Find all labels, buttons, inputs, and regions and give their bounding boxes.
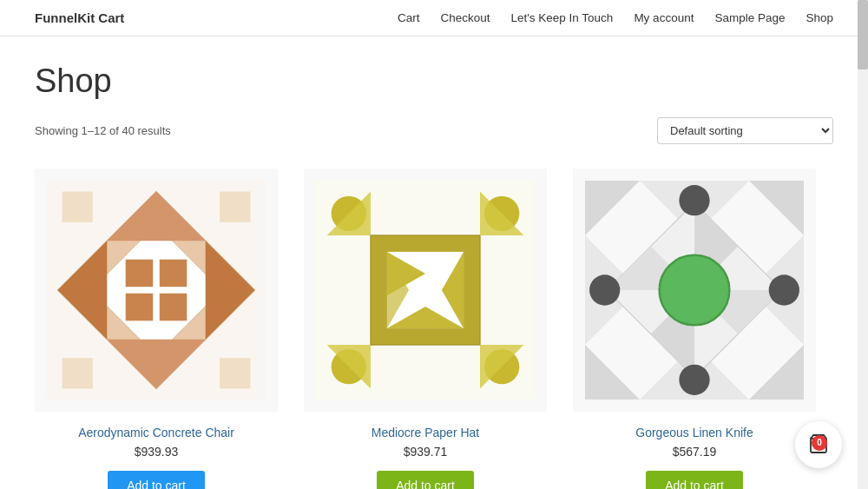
scrollbar[interactable] [858,0,868,489]
svg-rect-3 [126,260,154,287]
product-price-2: $939.71 [404,445,448,459]
cart-float-button[interactable]: 0 [795,421,842,468]
main-content: Shop Showing 1–12 of 40 results Default … [0,36,868,489]
svg-rect-5 [126,294,154,321]
product-image-1 [35,169,278,412]
svg-rect-6 [160,294,187,321]
nav-my-account[interactable]: My account [634,11,694,24]
header: FunnelKit Cart Cart Checkout Let's Keep … [0,0,868,36]
add-to-cart-btn-1[interactable]: Add to cart [108,471,205,489]
nav-cart[interactable]: Cart [398,11,420,24]
product-card-2: Mediocre Paper Hat $939.71 Add to cart [304,169,547,489]
page-title: Shop [35,63,833,100]
svg-point-48 [589,274,620,305]
product-image-2 [304,169,547,412]
svg-rect-14 [62,358,93,388]
main-nav: Cart Checkout Let's Keep In Touch My acc… [398,11,833,24]
svg-point-46 [679,185,709,215]
results-text: Showing 1–12 of 40 results [35,124,171,137]
svg-rect-4 [160,260,187,287]
add-to-cart-btn-3[interactable]: Add to cart [646,471,743,489]
sort-select[interactable]: Default sortingSort by popularitySort by… [657,117,833,144]
scrollbar-thumb [858,0,868,69]
product-image-3 [573,169,816,412]
product-name-2[interactable]: Mediocre Paper Hat [372,426,480,439]
products-grid: Aerodynamic Concrete Chair $939.93 Add t… [35,169,833,489]
svg-point-44 [660,255,730,326]
svg-rect-13 [220,358,250,388]
product-price-1: $939.93 [135,445,179,459]
svg-point-49 [769,274,799,305]
product-card-1: Aerodynamic Concrete Chair $939.93 Add t… [35,169,278,489]
product-card-3: Gorgeous Linen Knife $567.19 Add to cart [573,169,816,489]
logo: FunnelKit Cart [35,10,124,25]
results-bar: Showing 1–12 of 40 results Default sorti… [35,117,833,144]
product-name-3[interactable]: Gorgeous Linen Knife [635,426,753,439]
nav-keep-in-touch[interactable]: Let's Keep In Touch [510,11,613,24]
svg-rect-11 [220,192,250,222]
cart-badge: 0 [812,435,827,451]
svg-point-47 [679,365,709,395]
cart-icon-wrap: 0 [808,433,829,457]
add-to-cart-btn-2[interactable]: Add to cart [377,471,474,489]
svg-rect-12 [62,192,93,222]
nav-shop[interactable]: Shop [806,11,833,24]
nav-checkout[interactable]: Checkout [440,11,490,24]
product-name-1[interactable]: Aerodynamic Concrete Chair [78,426,234,439]
product-price-3: $567.19 [673,445,717,459]
nav-sample-page[interactable]: Sample Page [714,11,785,24]
